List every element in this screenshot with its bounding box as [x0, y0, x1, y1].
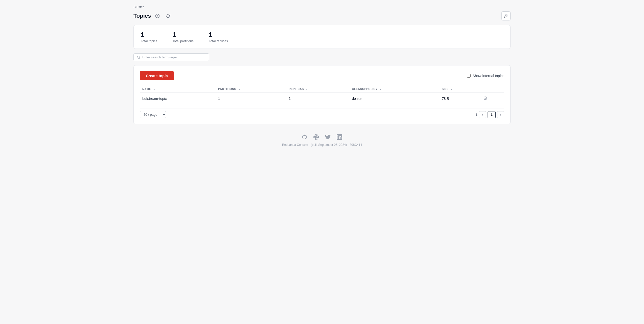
- stat-total-partitions-value: 1: [172, 31, 194, 39]
- cell-name: bufstream-topic: [140, 93, 216, 104]
- breadcrumb: Cluster: [133, 5, 511, 9]
- svg-line-3: [139, 58, 140, 59]
- refresh-icon: [166, 14, 170, 18]
- show-internal-topics-text: Show internal topics: [473, 74, 504, 78]
- delete-icon[interactable]: [483, 97, 487, 101]
- sort-icon-replicas: ▲: [306, 88, 308, 90]
- sort-icon-name: ▲: [153, 88, 155, 90]
- settings-icon: [504, 14, 508, 18]
- pagination-row: 50 / page 25 / page 100 / page 1 ‹ 1 ›: [140, 108, 504, 118]
- cell-size: 78 B: [439, 93, 481, 104]
- play-icon-button[interactable]: [153, 12, 162, 20]
- topics-table: NAME ▲ PARTITIONS ▲ REPLICAS ▲ CLEANUPPO…: [140, 85, 504, 104]
- col-size: SIZE ▲: [439, 85, 481, 93]
- svg-point-2: [137, 56, 140, 58]
- next-page-button[interactable]: ›: [497, 111, 504, 118]
- table-head: NAME ▲ PARTITIONS ▲ REPLICAS ▲ CLEANUPPO…: [140, 85, 504, 93]
- stat-total-replicas-label: Total replicas: [209, 39, 228, 43]
- cell-replicas: 1: [286, 93, 349, 104]
- cell-cleanuppolicy: delete: [349, 93, 439, 104]
- linkedin-icon[interactable]: [337, 134, 342, 141]
- topic-name-link[interactable]: bufstream-topic: [142, 97, 167, 101]
- stat-total-topics: 1 Total topics: [141, 31, 157, 43]
- stat-total-topics-value: 1: [141, 31, 157, 39]
- twitter-icon[interactable]: [325, 134, 331, 141]
- show-internal-topics-checkbox[interactable]: [467, 74, 471, 78]
- table-header-row: NAME ▲ PARTITIONS ▲ REPLICAS ▲ CLEANUPPO…: [140, 85, 504, 93]
- page-header: Topics: [133, 11, 511, 20]
- stat-total-partitions-label: Total partitions: [172, 39, 194, 43]
- footer: Redpanda Console (built September 06, 20…: [133, 130, 511, 147]
- stat-total-topics-label: Total topics: [141, 39, 157, 43]
- search-input-container: [133, 53, 209, 61]
- sort-icon-cleanuppolicy: ▲: [379, 88, 382, 90]
- card-toolbar: Create topic Show internal topics: [140, 71, 504, 80]
- stat-total-replicas-value: 1: [209, 31, 228, 39]
- footer-built-text: (built September 06, 2024): [311, 143, 347, 147]
- page-title: Topics: [133, 13, 151, 19]
- stat-total-partitions: 1 Total partitions: [172, 31, 194, 43]
- col-partitions: PARTITIONS ▲: [216, 85, 286, 93]
- cell-partitions: 1: [216, 93, 286, 104]
- per-page-select[interactable]: 50 / page 25 / page 100 / page: [140, 111, 166, 118]
- play-icon: [155, 14, 160, 18]
- col-name: NAME ▲: [140, 85, 216, 93]
- settings-button[interactable]: [501, 11, 511, 20]
- show-internal-topics-label[interactable]: Show internal topics: [467, 74, 504, 78]
- sort-icon-size: ▲: [450, 88, 453, 90]
- current-page: 1: [488, 111, 496, 118]
- prev-page-button[interactable]: ‹: [479, 111, 486, 118]
- sort-icon-partitions: ▲: [238, 88, 240, 90]
- refresh-icon-button[interactable]: [164, 12, 172, 20]
- col-actions: [481, 85, 504, 93]
- slack-icon[interactable]: [313, 134, 319, 141]
- col-cleanuppolicy: CLEANUPPOLICY ▲: [349, 85, 439, 93]
- github-icon[interactable]: [302, 134, 307, 141]
- search-bar-wrapper: [133, 53, 511, 61]
- col-replicas: REPLICAS ▲: [286, 85, 349, 93]
- search-icon: [137, 56, 140, 59]
- table-body: bufstream-topic 1 1 delete 78 B: [140, 93, 504, 104]
- stats-card: 1 Total topics 1 Total partitions 1 Tota…: [133, 25, 511, 49]
- footer-build-id: 308C414: [350, 143, 362, 147]
- main-card: Create topic Show internal topics NAME ▲…: [133, 65, 511, 124]
- cell-actions: [481, 93, 504, 104]
- table-row: bufstream-topic 1 1 delete 78 B: [140, 93, 504, 104]
- stat-total-replicas: 1 Total replicas: [209, 31, 228, 43]
- footer-icons: [133, 134, 511, 141]
- svg-marker-1: [157, 15, 158, 17]
- footer-text: Redpanda Console (built September 06, 20…: [133, 143, 511, 147]
- footer-app-name: Redpanda Console: [282, 143, 308, 147]
- page-header-left: Topics: [133, 12, 172, 20]
- create-topic-button[interactable]: Create topic: [140, 71, 174, 80]
- search-input[interactable]: [142, 55, 206, 59]
- page-count: 1: [476, 113, 477, 117]
